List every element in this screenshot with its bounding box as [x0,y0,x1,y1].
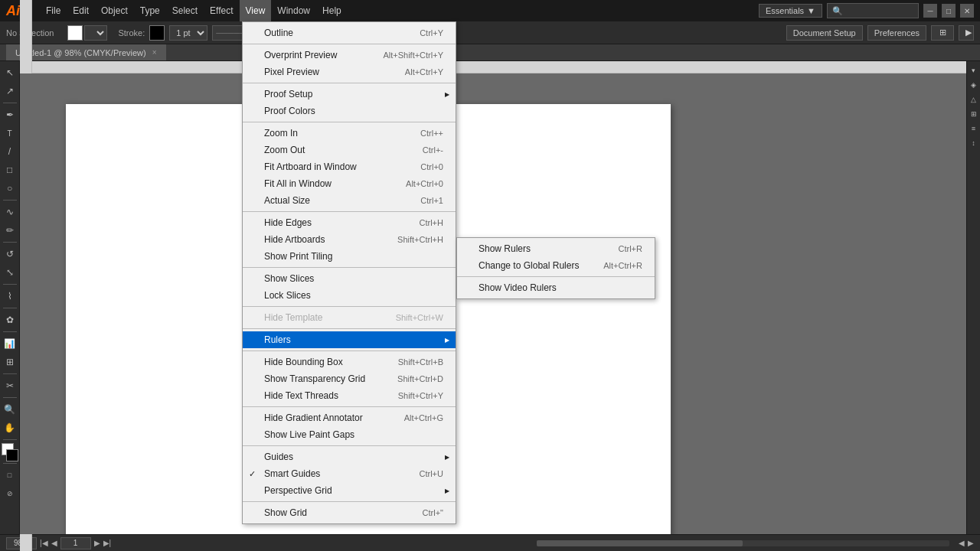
vm-show-live-paint-gaps[interactable]: Show Live Paint Gaps [243,426,456,443]
warp-tool[interactable]: ⌇ [2,288,18,305]
vm-sep-3 [243,122,456,122]
document-tab-close[interactable]: × [152,48,157,57]
stroke-size-select[interactable]: 1 pt [169,25,207,41]
arrange-button[interactable]: ⊞ [931,25,954,41]
search-input[interactable] [827,3,919,18]
column-graph-tool[interactable]: 📊 [2,335,18,352]
vm-smart-guides[interactable]: ✓ Smart Guides Ctrl+U [243,465,456,482]
background-color[interactable] [6,449,18,461]
symbol-sprayer-tool[interactable]: ✿ [2,311,18,328]
essentials-button[interactable]: Essentials ▼ [759,4,822,18]
panel-btn-1[interactable]: ▾ [968,64,980,77]
menu-edit[interactable]: Edit [67,0,95,21]
vm-proof-colors-label: Proof Colors [264,106,315,116]
vm-show-slices[interactable]: Show Slices [243,270,456,287]
vm-outline-shortcut: Ctrl+Y [420,28,443,37]
vm-proof-setup[interactable]: Proof Setup [243,86,456,103]
vm-sep-11 [243,501,456,502]
vm-outline[interactable]: Outline Ctrl+Y [243,24,456,41]
panel-btn-3[interactable]: △ [968,93,980,106]
zoom-tool[interactable]: 🔍 [2,401,18,418]
vm-hide-template[interactable]: Hide Template Shift+Ctrl+W [243,309,456,326]
menu-file[interactable]: File [40,0,67,21]
scroll-left-button[interactable]: ◀ [959,539,965,547]
panel-btn-6[interactable]: ↕ [968,137,980,149]
vm-hide-gradient-annotator[interactable]: Hide Gradient Annotator Alt+Ctrl+G [243,409,456,426]
panel-btn-5[interactable]: ≡ [968,122,980,135]
menu-select[interactable]: Select [166,0,204,21]
prev-page-button[interactable]: ◀ [51,539,57,547]
menu-help[interactable]: Help [316,0,348,21]
type-tool[interactable]: T [2,125,18,142]
line-tool[interactable]: / [2,143,18,160]
rectangle-tool[interactable]: □ [2,161,18,178]
page-input[interactable] [60,537,91,549]
rs-show-video-rulers[interactable]: Show Video Rulers [457,279,655,296]
vm-pixel-preview[interactable]: Pixel Preview Alt+Ctrl+Y [243,64,456,80]
minimize-button[interactable]: ─ [923,4,937,18]
vm-hide-bounding-box[interactable]: Hide Bounding Box Shift+Ctrl+B [243,354,456,370]
vm-perspective-grid-label: Perspective Grid [264,485,332,496]
rs-change-global-rulers[interactable]: Change to Global Rulers Alt+Ctrl+R [457,257,655,274]
fill-mode-button[interactable]: □ [2,467,18,484]
panel-btn-4[interactable]: ⊞ [968,108,980,120]
vm-rulers[interactable]: Rulers [243,331,456,348]
menu-object[interactable]: Object [95,0,134,21]
vm-proof-colors[interactable]: Proof Colors [243,103,456,119]
none-fill-button[interactable]: ⊘ [2,485,18,502]
vm-fit-all[interactable]: Fit All in Window Alt+Ctrl+0 [243,175,456,192]
scroll-right-button[interactable]: ▶ [968,539,974,547]
ellipse-tool[interactable]: ○ [2,180,18,197]
vm-actual-size-shortcut: Ctrl+1 [420,196,443,205]
vm-lock-slices[interactable]: Lock Slices [243,287,456,304]
scale-tool[interactable]: ⤡ [2,264,18,281]
vm-hide-artboards[interactable]: Hide Artboards Shift+Ctrl+H [243,231,456,248]
menu-window[interactable]: Window [271,0,316,21]
vm-fit-artboard-shortcut: Ctrl+0 [420,162,443,171]
menu-effect[interactable]: Effect [204,0,239,21]
menu-view[interactable]: View [240,0,272,21]
vm-fit-artboard[interactable]: Fit Artboard in Window Ctrl+0 [243,158,456,175]
vm-sep-5 [243,267,456,268]
more-options-button[interactable]: ▶ [959,25,974,41]
vm-hide-text-threads[interactable]: Hide Text Threads Shift+Ctrl+Y [243,387,456,404]
vm-actual-size[interactable]: Actual Size Ctrl+1 [243,192,456,209]
vm-overprint-preview[interactable]: Overprint Preview Alt+Shift+Ctrl+Y [243,47,456,64]
vm-show-print-tiling[interactable]: Show Print Tiling [243,248,456,265]
last-page-button[interactable]: ▶| [103,539,112,547]
next-page-button[interactable]: ▶ [94,539,100,547]
fill-swatch[interactable] [67,25,83,41]
vm-smart-guides-check: ✓ [249,469,256,479]
maximize-button[interactable]: □ [942,4,956,18]
vm-zoom-out[interactable]: Zoom Out Ctrl+- [243,142,456,158]
vm-guides[interactable]: Guides [243,448,456,465]
fill-select[interactable] [84,25,107,41]
vm-zoom-in[interactable]: Zoom In Ctrl++ [243,125,456,142]
canvas-area[interactable] [20,73,966,534]
rotate-tool[interactable]: ↺ [2,246,18,262]
menu-type[interactable]: Type [134,0,166,21]
close-button[interactable]: ✕ [960,4,974,18]
preferences-button[interactable]: Preferences [867,25,926,41]
vm-rulers-label: Rulers [264,334,291,345]
vm-perspective-grid[interactable]: Perspective Grid [243,482,456,499]
direct-selection-tool[interactable]: ↗ [2,83,18,99]
slice-tool[interactable]: ✂ [2,377,18,394]
vm-show-grid[interactable]: Show Grid Ctrl+" [243,504,456,521]
title-bar: Ai File Edit Object Type Select Effect V… [0,0,980,21]
vm-show-transparency-grid[interactable]: Show Transparency Grid Shift+Ctrl+D [243,370,456,387]
pen-tool[interactable]: ✒ [2,106,18,123]
pencil-tool[interactable]: ✏ [2,222,18,239]
stroke-swatch[interactable] [149,25,165,41]
vm-hide-edges[interactable]: Hide Edges Ctrl+H [243,214,456,231]
panel-btn-2[interactable]: ◈ [968,79,980,91]
selection-tool[interactable]: ↖ [2,64,18,81]
hand-tool[interactable]: ✋ [2,419,18,436]
rs-show-rulers[interactable]: Show Rulers Ctrl+R [457,240,655,257]
paintbrush-tool[interactable]: ∿ [2,204,18,220]
document-setup-button[interactable]: Document Setup [786,25,863,41]
vm-proof-setup-label: Proof Setup [264,89,312,99]
first-page-button[interactable]: |◀ [40,539,48,547]
vm-hide-edges-label: Hide Edges [264,217,312,228]
artboard-tool[interactable]: ⊞ [2,354,18,370]
